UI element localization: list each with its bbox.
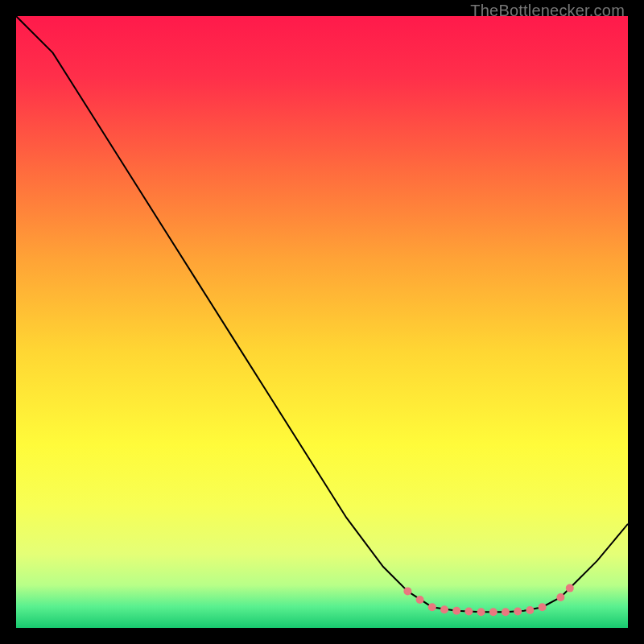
curve-marker bbox=[514, 608, 522, 616]
curve-marker bbox=[489, 608, 497, 616]
curve-marker bbox=[416, 596, 424, 604]
curve-marker bbox=[526, 606, 534, 614]
curve-marker bbox=[403, 587, 411, 595]
curve-marker bbox=[477, 608, 485, 616]
curve-marker bbox=[566, 584, 574, 592]
curve-marker bbox=[440, 605, 448, 613]
curve-marker bbox=[556, 593, 564, 601]
gradient-background bbox=[16, 16, 628, 628]
bottleneck-chart bbox=[16, 16, 628, 628]
curve-marker bbox=[502, 608, 510, 616]
curve-marker bbox=[464, 608, 473, 616]
curve-marker bbox=[452, 607, 460, 615]
curve-marker bbox=[428, 603, 436, 611]
curve-marker bbox=[539, 603, 547, 611]
